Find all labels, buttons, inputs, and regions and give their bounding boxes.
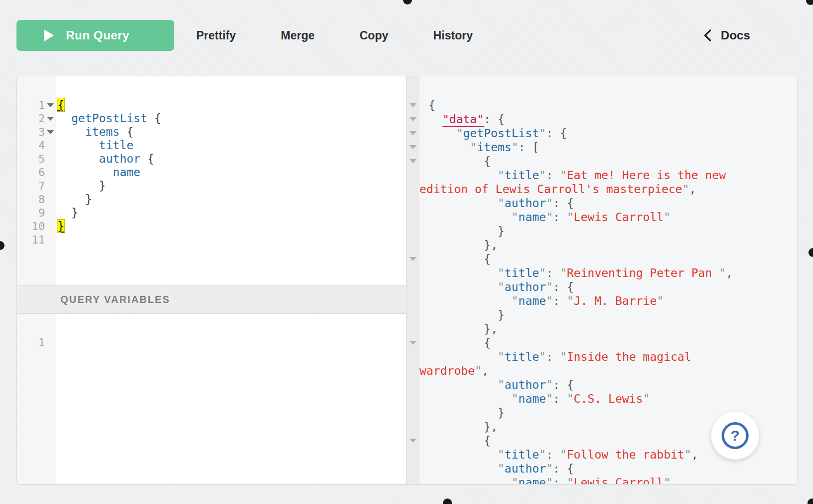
query-code-line[interactable] [55,233,406,247]
code-token: title [504,169,539,182]
fold-arrow-icon[interactable] [45,112,55,125]
line-number: 9 [17,206,45,220]
result-code-line: }, [419,420,749,434]
question-mark-icon: ? [722,422,749,449]
code-token: { [428,434,491,447]
query-editor[interactable]: 1{2 getPostList {3 items {4 title5 autho… [17,76,406,285]
selection-handle-dot [403,0,412,4]
toolbar-button-prettify[interactable]: Prettify [196,29,236,42]
query-variables-header[interactable]: QUERY VARIABLES [17,285,406,314]
fold-gutter-spacer [406,448,419,462]
code-token: " [546,462,553,475]
fold-arrow-icon[interactable] [406,252,419,266]
fold-arrow-icon[interactable] [45,125,55,139]
code-token: name [518,392,546,405]
result-code-line: "author": { [419,378,749,392]
editor-row: 7 } [17,179,406,193]
code-token [57,152,99,165]
toolbar-button-copy[interactable]: Copy [360,29,389,42]
line-number: 10 [17,220,45,233]
code-token [428,294,511,307]
code-token: { [428,99,435,112]
result-line: } [406,308,797,322]
fold-arrow-icon[interactable] [406,336,419,350]
code-token [428,169,497,182]
code-token: " [497,462,504,475]
docs-label: Docs [721,28,750,42]
fold-gutter-spacer [45,220,55,233]
fold-arrow-icon[interactable] [406,98,419,112]
code-token: : [553,294,567,307]
code-token: : [ [518,141,539,154]
run-query-button[interactable]: Run Query [16,20,174,51]
query-code-line[interactable]: } [55,220,406,233]
fold-arrow-icon[interactable] [406,112,419,126]
editor-row: 9 } [17,206,406,220]
toolbar-button-history[interactable]: History [433,29,473,42]
editor-row: 5 author { [17,152,406,166]
code-token: : [546,350,560,363]
docs-button[interactable]: Docs [706,20,750,51]
code-token: author [504,378,546,391]
code-token: title [504,266,539,279]
fold-arrow-icon[interactable] [406,154,419,168]
editor-row: 8 } [17,193,406,206]
code-token [57,112,71,125]
result-line: "items": [ [406,140,797,154]
query-code-line[interactable]: items { [55,125,406,139]
result-code-line: { [419,434,749,448]
code-token: title [504,350,539,363]
code-token: " [497,197,504,210]
code-token: } [428,308,504,321]
code-token: " [657,294,664,307]
code-token: : [546,169,560,182]
query-code-line[interactable]: } [55,179,406,193]
code-token: " [539,448,546,461]
code-token: : [553,211,567,224]
toolbar-nav: PrettifyMergeCopyHistory [174,29,518,42]
query-code-line[interactable]: getPostList { [55,112,406,125]
fold-gutter-spacer [406,420,419,434]
code-token [428,197,497,210]
fold-arrow-icon[interactable] [406,126,419,140]
query-code-line[interactable]: title [55,139,406,152]
editor-row: 10} [17,220,406,233]
fold-arrow-icon[interactable] [45,98,55,112]
query-code-line[interactable]: { [55,98,406,112]
fold-arrow-icon[interactable] [406,434,419,448]
query-code-line[interactable]: } [55,193,406,206]
result-line: "name": "C.S. Lewis" [406,392,797,406]
query-code-line[interactable]: name [55,166,406,179]
code-token: " [497,350,504,363]
variables-code-line[interactable] [55,336,406,349]
code-token: name [113,166,140,179]
code-token: " [664,476,671,484]
code-token: { [428,155,491,168]
query-code-line[interactable]: author { [55,152,406,166]
code-token: " [567,211,574,224]
code-token: " [684,448,691,461]
query-code-line[interactable]: } [55,206,406,220]
variables-editor[interactable]: 1 [17,314,406,484]
code-token: " [560,448,567,461]
data-key-link[interactable]: "data" [442,113,484,127]
selection-handle-dot [806,0,813,5]
fold-arrow-icon[interactable] [406,140,419,154]
fold-gutter-spacer [406,224,419,238]
line-number: 3 [17,125,45,139]
code-token [428,127,456,140]
editor-row: 3 items { [17,125,406,139]
selection-handle-dot [809,248,813,257]
result-code-line: "title": "Follow the rabbit", [419,448,749,462]
run-query-label: Run Query [66,28,129,42]
result-code-line: { [419,336,749,350]
code-token: getPostList [463,127,539,140]
code-token: { [120,125,134,138]
code-token: " [539,169,546,182]
code-token: , [726,266,733,279]
code-token: J. M. Barrie [574,294,657,307]
toolbar-button-merge[interactable]: Merge [281,29,315,42]
help-button[interactable]: ? [711,412,759,460]
code-token: " [560,169,567,182]
code-token: Lewis Carroll [574,476,664,484]
